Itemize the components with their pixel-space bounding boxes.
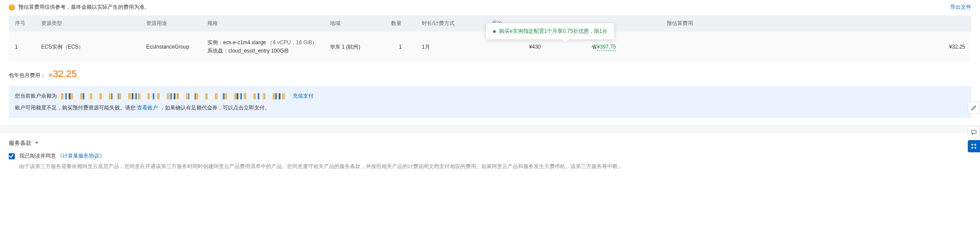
spec-instance-detail: （4 vCPU，16 GiB） (267, 39, 317, 46)
agree-checkbox[interactable] (9, 153, 15, 159)
balance-prefix: 您当前账户余额为 (15, 93, 57, 99)
warning-icon (9, 4, 15, 11)
svg-rect-1 (972, 144, 973, 146)
agreement-link[interactable]: 《计算巢服务协议》 (57, 153, 105, 159)
disclaimer-text: 预估算费用仅供参考，最终金额以实际产生的费用为准。 (18, 4, 150, 11)
cell-usage: EcsInstanceGroup (140, 32, 201, 62)
cell-est-price: ¥32.25 (661, 32, 971, 62)
estimate-disclaimer: 预估算费用仅供参考，最终金额以实际产生的费用为准。 (9, 4, 150, 11)
pencil-icon (971, 105, 977, 111)
col-spec: 规格 (201, 15, 324, 32)
svg-rect-3 (972, 147, 973, 149)
balance-note-b: ，如果确认有足额代金券，可以点击立即支付。 (160, 105, 270, 111)
save-amount: ¥397.75 (597, 44, 616, 51)
col-type: 资源类型 (35, 15, 140, 32)
col-usage: 资源用途 (140, 15, 201, 32)
cell-region: 华东 1 (杭州) (324, 32, 385, 62)
total-currency: ¥ (49, 72, 52, 78)
col-region: 地域 (324, 15, 385, 32)
svg-rect-0 (972, 130, 976, 134)
col-qty: 数量 (385, 15, 416, 32)
promo-tooltip-text: 购买e实例指定配置1个月享0.75折优惠，限1台 (499, 28, 607, 34)
spec-instance: 实例：ecs.e-c1m4.xlarge (207, 39, 266, 46)
balance-note-a: 账户可用额度不足，购买预付费资源可能失败。请您 (15, 105, 137, 111)
spec-disk: 系统盘：cloud_essd_entry 100GiB (207, 47, 318, 55)
export-file-link[interactable]: 导出文件 (950, 4, 971, 11)
cell-type: ECS实例（ECS） (35, 32, 140, 62)
view-account-link[interactable]: 查看账户 (137, 105, 158, 111)
promo-dot-icon (493, 30, 496, 33)
terms-note: 由于该第三方服务需要依赖阿里云底层产品，您同意在开通该第三方服务时同时创建阿里云… (19, 162, 623, 171)
promo-tooltip: 购买e实例指定配置1个月享0.75折优惠，限1台 (486, 23, 615, 40)
grid-icon (971, 143, 977, 149)
col-index: 序号 (9, 15, 35, 32)
apps-side-button[interactable] (968, 140, 980, 152)
total-price: ¥32.25 (49, 68, 77, 80)
cell-index: 1 (9, 32, 35, 62)
cell-qty: 1 (385, 32, 416, 62)
terms-section-header[interactable]: 服务条款 (0, 133, 980, 151)
chevron-down-icon (35, 142, 38, 144)
message-icon (971, 129, 977, 135)
edit-side-button[interactable] (968, 102, 980, 114)
col-billing: 时长/计费方式 (416, 15, 486, 32)
svg-rect-4 (975, 147, 976, 149)
save-prefix: 省 (592, 44, 597, 50)
feedback-side-button[interactable] (968, 126, 980, 138)
total-label: 包年包月费用： (9, 72, 46, 79)
agree-text: 我已阅读并同意 (19, 153, 56, 159)
svg-rect-2 (975, 144, 976, 146)
balance-redacted (61, 93, 288, 99)
col-est: 预估算费用 (661, 15, 971, 32)
cell-billing: 1月 (416, 32, 486, 62)
terms-section-title: 服务条款 (9, 139, 32, 147)
balance-info-box: 您当前账户余额为 充值支付 账户可用额度不足，购买预付费资源可能失败。请您 查看… (9, 86, 971, 118)
section-divider (0, 125, 980, 133)
recharge-link[interactable]: 充值支付 (293, 93, 314, 99)
cell-spec: 实例：ecs.e-c1m4.xlarge （4 vCPU，16 GiB） 系统盘… (201, 32, 324, 62)
total-amount: 32.25 (53, 68, 77, 79)
